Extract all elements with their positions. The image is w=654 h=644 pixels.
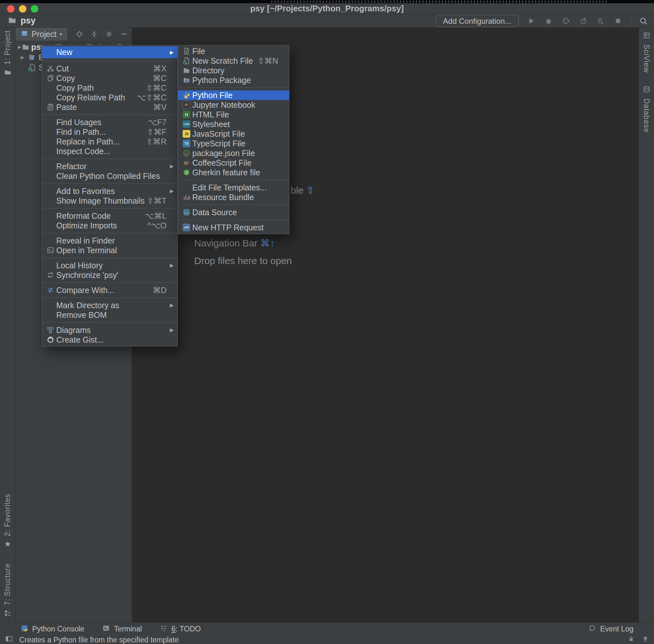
menu-item-label: Jupyter Notebook (192, 100, 255, 110)
hide-panel-button[interactable] (120, 30, 128, 38)
submenu-item-stylesheet[interactable]: CSSStylesheet (178, 119, 289, 129)
context-menu-item-show-image-thumbnails[interactable]: Show Image Thumbnails⇧⌘T (42, 196, 178, 206)
window-zoom-button[interactable] (31, 5, 38, 13)
context-menu-item-find-in-path[interactable]: Find in Path...⇧⌘F (42, 127, 178, 137)
context-menu-item-inspect-code[interactable]: Inspect Code... (42, 146, 178, 156)
toolwindow-button-database[interactable]: Database (642, 86, 651, 133)
context-menu-item-local-history[interactable]: Local History▶ (42, 260, 178, 270)
toolwindow-toggle-icon[interactable] (5, 635, 13, 644)
nodejs-icon: js (181, 149, 192, 157)
submenu-item-file[interactable]: File (178, 46, 289, 56)
menu-item-label: CoffeeScript File (192, 158, 252, 167)
favorites-star-icon (4, 540, 11, 549)
submenu-item-new-http-request[interactable]: APINew HTTP Request (178, 223, 289, 232)
menu-separator (43, 159, 177, 159)
run-with-coverage-button[interactable] (561, 16, 571, 26)
context-menu-item-find-usages[interactable]: Find Usages⌥F7 (42, 117, 178, 127)
lock-icon[interactable] (628, 635, 635, 644)
toolwindow-button-event-log[interactable]: Event Log (588, 624, 633, 634)
menu-item-label: Compare With... (56, 286, 114, 295)
expand-chevron-icon[interactable]: ▶ (18, 44, 22, 49)
context-menu-item-copy-relative-path[interactable]: Copy Relative Path⌥⇧⌘C (42, 93, 178, 102)
search-everywhere-icon[interactable] (638, 16, 648, 26)
submenu-item-jupyter-notebook[interactable]: IPJupyter Notebook (178, 100, 289, 110)
run-configurations-list-button[interactable] (596, 16, 605, 26)
file-icon (181, 47, 192, 55)
submenu-item-html-file[interactable]: HHTML File (178, 110, 289, 119)
context-menu-item-new[interactable]: New▶ (42, 46, 178, 58)
debug-button[interactable] (544, 16, 553, 26)
window-close-button[interactable] (7, 5, 15, 13)
menu-item-label: package.json File (192, 148, 255, 158)
submenu-item-typescript-file[interactable]: TSTypeScript File (178, 139, 289, 148)
context-menu-item-add-to-favorites[interactable]: Add to Favorites▶ (42, 186, 178, 196)
context-menu-item-clean-python-compiled-files[interactable]: Clean Python Compiled Files (42, 171, 178, 181)
context-menu-item-mark-directory-as[interactable]: Mark Directory as▶ (42, 300, 178, 310)
structure-icon (4, 609, 11, 618)
context-menu-item-replace-in-path[interactable]: Replace in Path...⇧⌘R (42, 137, 178, 146)
context-menu-item-reformat-code[interactable]: Reformat Code⌥⌘L (42, 211, 178, 221)
project-panel-header: Project ▾ (16, 28, 132, 41)
submenu-item-python-file[interactable]: Python File (178, 90, 289, 100)
context-menu-item-cut[interactable]: Cut⌘X (42, 64, 178, 73)
jupyter-icon: IP (181, 101, 192, 109)
menu-item-label: Remove BOM (56, 310, 107, 320)
context-menu-item-reveal-in-finder[interactable]: Reveal in Finder (42, 236, 178, 246)
submenu-item-python-package[interactable]: Python Package (178, 75, 289, 85)
main-toolbar: psy Add Configuration... (0, 14, 654, 28)
window-minimize-button[interactable] (19, 5, 26, 13)
settings-gear-button[interactable] (105, 30, 113, 38)
submenu-item-coffeescript-file[interactable]: CoffeeScript File (178, 158, 289, 167)
submenu-item-gherkin-feature-file[interactable]: Gherkin feature file (178, 167, 289, 177)
context-menu-item-create-gist[interactable]: Create Gist... (42, 335, 178, 345)
menu-item-label: Local History (56, 261, 103, 270)
context-menu-item-open-in-terminal[interactable]: Open in Terminal (42, 246, 178, 255)
context-menu-item-synchronize-psy[interactable]: Synchronize 'psy' (42, 270, 178, 280)
background-menubar-sliver (0, 0, 654, 3)
context-menu-item-copy-path[interactable]: Copy Path⇧⌘C (42, 83, 178, 93)
collapse-all-button[interactable] (90, 30, 98, 38)
locate-file-button[interactable] (75, 30, 84, 38)
add-configuration-button[interactable]: Add Configuration... (436, 15, 519, 27)
status-message: Creates a Python file from the specified… (19, 636, 179, 644)
context-menu-item-compare-with[interactable]: Compare With...⌘D (42, 285, 178, 295)
submenu-item-data-source[interactable]: Data Source (178, 207, 289, 217)
toolwindow-button-structure[interactable]: 7: Structure (3, 563, 12, 618)
toolwindow-label: 6: TODO (171, 625, 201, 634)
run-button[interactable] (527, 16, 536, 26)
context-menu-item-remove-bom[interactable]: Remove BOM (42, 310, 178, 320)
inspections-indicator-icon[interactable] (642, 635, 649, 644)
expand-chevron-icon[interactable]: ▶ (18, 55, 27, 60)
context-menu-item-copy[interactable]: Copy⌘C (42, 73, 178, 83)
project-view-selector[interactable]: Project ▾ (16, 28, 67, 41)
project-panel-actions (75, 30, 128, 38)
submenu-item-edit-file-templates[interactable]: Edit File Templates... (178, 183, 289, 192)
submenu-item-javascript-file[interactable]: JSJavaScript File (178, 129, 289, 139)
editor-hint-drop-files: Drop files here to open (194, 255, 292, 266)
context-menu-item-diagrams[interactable]: Diagrams▶ (42, 325, 178, 335)
toolwindow-button-terminal[interactable]: Terminal (102, 624, 142, 634)
toolwindow-button-todo[interactable]: 6: TODO (160, 624, 201, 634)
menu-item-label: Paste (56, 102, 77, 112)
http-icon: API (181, 224, 192, 231)
context-menu-item-paste[interactable]: Paste⌘V (42, 102, 178, 112)
profiler-button[interactable] (579, 16, 588, 26)
python-console-icon (21, 624, 28, 634)
navigation-breadcrumb[interactable]: psy (8, 16, 36, 26)
toolwindow-button-sciview[interactable]: SciView (642, 31, 651, 73)
menu-item-label: TypeScript File (192, 139, 245, 148)
toolwindow-button-python-console[interactable]: Python Console (21, 624, 84, 634)
submenu-item-new-scratch-file[interactable]: New Scratch File⇧⌘N (178, 56, 289, 66)
context-menu-item-refactor[interactable]: Refactor▶ (42, 161, 178, 171)
stop-button[interactable] (613, 16, 623, 26)
submenu-item-resource-bundle[interactable]: Resource Bundle (178, 192, 289, 202)
menu-item-label: Copy Relative Path (56, 93, 125, 102)
menu-item-label: Gherkin feature file (192, 168, 260, 177)
submenu-item-package-json-file[interactable]: jspackage.json File (178, 148, 289, 158)
context-menu-item-optimize-imports[interactable]: Optimize Imports^⌥O (42, 221, 178, 230)
submenu-item-directory[interactable]: Directory (178, 66, 289, 75)
window-title: psy [~/Projects/Python_Programs/psy] (250, 3, 404, 14)
left-stripe-bottom-group: 2: Favorites 7: Structure (3, 494, 12, 618)
toolwindow-button-project[interactable]: 1: Project (3, 30, 12, 77)
toolwindow-button-favorites[interactable]: 2: Favorites (3, 494, 12, 549)
